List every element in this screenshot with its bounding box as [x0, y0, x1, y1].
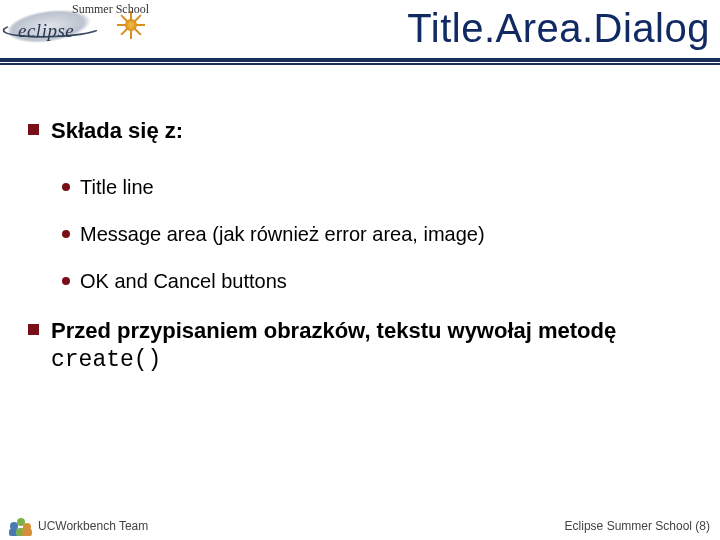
slide-title: Title.Area.Dialog — [407, 6, 710, 51]
slide-header: eclipse Summer School Title.Area.Dialog — [0, 0, 720, 62]
bullet-level2: Title line — [62, 176, 692, 199]
footer-page: Eclipse Summer School (8) — [565, 519, 710, 533]
dot-bullet-icon — [62, 277, 70, 285]
dot-bullet-icon — [62, 230, 70, 238]
slide-footer: UCWorkbench Team Eclipse Summer School (… — [0, 512, 720, 540]
logo-text: eclipse — [18, 20, 74, 42]
footer-left: UCWorkbench Team — [10, 516, 148, 536]
bullet-level1: Przed przypisaniem obrazków, tekstu wywo… — [28, 317, 692, 376]
people-icon — [10, 516, 32, 536]
dot-bullet-icon — [62, 183, 70, 191]
slide-body: Składa się z: Title line Message area (j… — [0, 62, 720, 376]
bullet-text-part: Przed przypisaniem obrazków, tekstu wywo… — [51, 318, 616, 343]
bullet-level2: OK and Cancel buttons — [62, 270, 692, 293]
bullet-text: Przed przypisaniem obrazków, tekstu wywo… — [51, 317, 692, 376]
footer-team: UCWorkbench Team — [38, 519, 148, 533]
bullet-text: Title line — [80, 176, 154, 199]
code-text: create() — [51, 347, 161, 373]
square-bullet-icon — [28, 324, 39, 335]
bullet-text: Message area (jak również error area, im… — [80, 223, 485, 246]
square-bullet-icon — [28, 124, 39, 135]
summer-school-label: Summer School — [72, 2, 149, 17]
bullet-text: OK and Cancel buttons — [80, 270, 287, 293]
bullet-text: Składa się z: — [51, 117, 183, 146]
bullet-level1: Składa się z: — [28, 117, 692, 146]
bullet-level2: Message area (jak również error area, im… — [62, 223, 692, 246]
